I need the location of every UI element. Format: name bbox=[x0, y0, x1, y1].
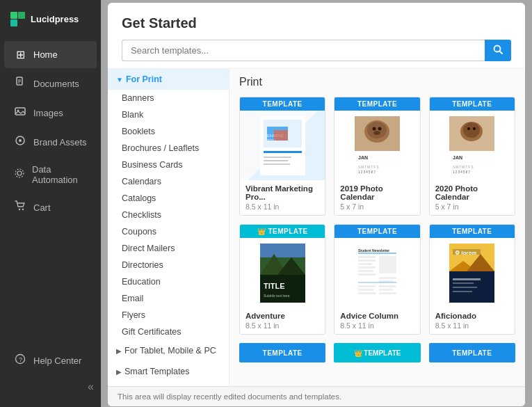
cat-item-coupons[interactable]: Coupons bbox=[108, 223, 229, 240]
svg-point-34 bbox=[378, 127, 381, 130]
svg-rect-26 bbox=[264, 157, 291, 158]
sidebar-item-help[interactable]: ? Help Center bbox=[4, 346, 97, 374]
svg-point-13 bbox=[19, 209, 20, 210]
template-info: 2019 Photo Calendar 5 x 7 in bbox=[334, 180, 419, 215]
for-print-items: Banners Blank Booklets Brochures / Leafl… bbox=[108, 90, 229, 340]
template-name: Aficionado bbox=[435, 312, 509, 320]
template-badge-row3-2[interactable]: 👑 TEMPLATE bbox=[334, 343, 420, 362]
cat-item-blank[interactable]: Blank bbox=[108, 106, 229, 123]
cat-item-email[interactable]: Email bbox=[108, 290, 229, 307]
cat-item-directories[interactable]: Directories bbox=[108, 257, 229, 273]
cat-item-booklets[interactable]: Booklets bbox=[108, 123, 229, 140]
svg-rect-27 bbox=[264, 160, 288, 161]
cat-item-brochures[interactable]: Brochures / Leaflets bbox=[108, 140, 229, 157]
sidebar-label-cart: Cart bbox=[33, 202, 51, 213]
svg-point-46 bbox=[473, 127, 476, 130]
get-started-modal: Get Started ▼ For Print bbox=[108, 3, 525, 406]
cat-item-banners[interactable]: Banners bbox=[108, 90, 229, 106]
sidebar-label-images: Images bbox=[33, 108, 63, 118]
template-badge-row3-1[interactable]: TEMPLATE bbox=[239, 343, 325, 362]
template-info: 2020 Photo Calendar 5 x 7 in bbox=[430, 180, 515, 215]
preview-svg: EXAMPLE TITLE bbox=[260, 116, 305, 175]
category-smart-templates[interactable]: ▶ Smart Templates bbox=[108, 361, 229, 382]
cat-item-calendars[interactable]: Calendars bbox=[108, 173, 229, 190]
svg-rect-73 bbox=[358, 285, 376, 287]
template-info: Aficionado 8.5 x 11 in bbox=[430, 308, 515, 334]
svg-rect-25 bbox=[264, 151, 302, 153]
svg-text:JAN: JAN bbox=[453, 155, 462, 160]
svg-rect-86 bbox=[453, 278, 481, 280]
svg-text:JAN: JAN bbox=[358, 155, 368, 160]
templates-grid: TEMPLATE EXAMPLE TITLE bbox=[239, 97, 515, 362]
preview-svg: JAN S M T W T F S 1 2 3 4 5 6 7 bbox=[449, 116, 494, 175]
svg-text:?: ? bbox=[19, 356, 22, 363]
data-automation-icon bbox=[14, 168, 25, 182]
svg-rect-70 bbox=[379, 277, 396, 279]
modal-header: Get Started bbox=[108, 3, 525, 69]
svg-rect-7 bbox=[15, 108, 25, 115]
svg-rect-75 bbox=[358, 292, 376, 294]
svg-point-45 bbox=[467, 127, 470, 130]
svg-rect-28 bbox=[264, 163, 290, 165]
template-badge: TEMPLATE bbox=[240, 97, 325, 111]
svg-text:Subtitle text here: Subtitle text here bbox=[264, 294, 290, 298]
modal-title: Get Started bbox=[122, 15, 511, 31]
sidebar-item-documents[interactable]: Documents bbox=[4, 70, 97, 97]
svg-rect-67 bbox=[358, 270, 373, 272]
template-category-sidebar: ▼ For Print Banners Blank Booklets Broch… bbox=[108, 69, 229, 386]
template-size: 8.5 x 11 in bbox=[245, 202, 319, 211]
template-size: 5 x 7 in bbox=[340, 202, 414, 211]
preview-svg: TITLE Subtitle text here bbox=[260, 244, 305, 303]
category-tablet-mobile[interactable]: ▶ For Tablet, Mobile & PC bbox=[108, 340, 229, 361]
content-section-title: Print bbox=[239, 76, 515, 88]
template-size: 5 x 7 in bbox=[435, 202, 509, 211]
cat-item-checklists[interactable]: Checklists bbox=[108, 207, 229, 223]
cat-item-direct-mailers[interactable]: Direct Mailers bbox=[108, 240, 229, 257]
images-icon bbox=[14, 106, 26, 120]
category-for-print[interactable]: ▼ For Print bbox=[108, 69, 229, 90]
template-name: 2020 Photo Calendar bbox=[435, 184, 509, 201]
search-input[interactable] bbox=[122, 40, 485, 61]
template-info: Advice Column 8.5 x 11 in bbox=[334, 308, 419, 334]
for-print-label: For Print bbox=[126, 74, 162, 84]
template-preview-aficionado: ⚙ lorem bbox=[430, 238, 515, 308]
svg-rect-65 bbox=[358, 263, 372, 265]
search-button[interactable] bbox=[485, 40, 511, 61]
collapse-icon: « bbox=[88, 381, 94, 393]
sidebar-item-cart[interactable]: Cart bbox=[4, 193, 97, 221]
svg-point-11 bbox=[17, 171, 22, 175]
svg-rect-87 bbox=[453, 282, 474, 284]
svg-rect-1 bbox=[18, 12, 25, 19]
sidebar-label-brand-assets: Brand Assets bbox=[33, 137, 87, 147]
app-logo: Lucidpress bbox=[0, 0, 101, 38]
sidebar-item-data-automation[interactable]: Data Automation bbox=[4, 157, 97, 192]
tablet-arrow: ▶ bbox=[116, 347, 122, 355]
template-badge: TEMPLATE bbox=[334, 97, 419, 111]
cat-item-business-cards[interactable]: Business Cards bbox=[108, 157, 229, 173]
svg-rect-64 bbox=[358, 260, 376, 262]
template-card-2019-calendar[interactable]: TEMPLATE bbox=[334, 97, 420, 216]
sidebar-collapse-button[interactable]: « bbox=[0, 375, 101, 399]
cat-item-gift-certificates[interactable]: Gift Certificates bbox=[108, 324, 229, 340]
cat-item-education[interactable]: Education bbox=[108, 273, 229, 290]
smart-arrow: ▶ bbox=[116, 368, 122, 376]
svg-rect-66 bbox=[358, 266, 376, 269]
svg-line-18 bbox=[500, 51, 503, 54]
cat-item-catalogs[interactable]: Catalogs bbox=[108, 190, 229, 207]
template-card-2020-calendar[interactable]: TEMPLATE bbox=[429, 97, 515, 216]
sidebar-item-brand-assets[interactable]: Brand Assets bbox=[4, 128, 97, 156]
svg-text:TITLE: TITLE bbox=[264, 282, 285, 290]
template-name: Advice Column bbox=[340, 312, 414, 320]
template-card-vibrant-marketing[interactable]: TEMPLATE EXAMPLE TITLE bbox=[239, 97, 325, 216]
sidebar-item-home[interactable]: ⊞ Home bbox=[4, 41, 97, 68]
template-card-advice-column[interactable]: TEMPLATE Student Newsletter bbox=[334, 224, 420, 335]
template-badge-row3-3[interactable]: TEMPLATE bbox=[429, 343, 515, 362]
svg-text:Student Newsletter: Student Newsletter bbox=[358, 248, 389, 253]
sidebar-item-images[interactable]: Images bbox=[4, 99, 97, 127]
template-card-adventure[interactable]: 👑 TEMPLATE bbox=[239, 224, 325, 335]
template-card-aficionado[interactable]: TEMPLATE ⚙ lorem bbox=[429, 224, 515, 335]
template-preview-advice: Student Newsletter bbox=[334, 238, 419, 308]
cat-item-flyers[interactable]: Flyers bbox=[108, 307, 229, 324]
template-badge: TEMPLATE bbox=[430, 225, 515, 238]
template-content-area: Print TEMPLATE EXAMPLE bbox=[229, 69, 525, 386]
